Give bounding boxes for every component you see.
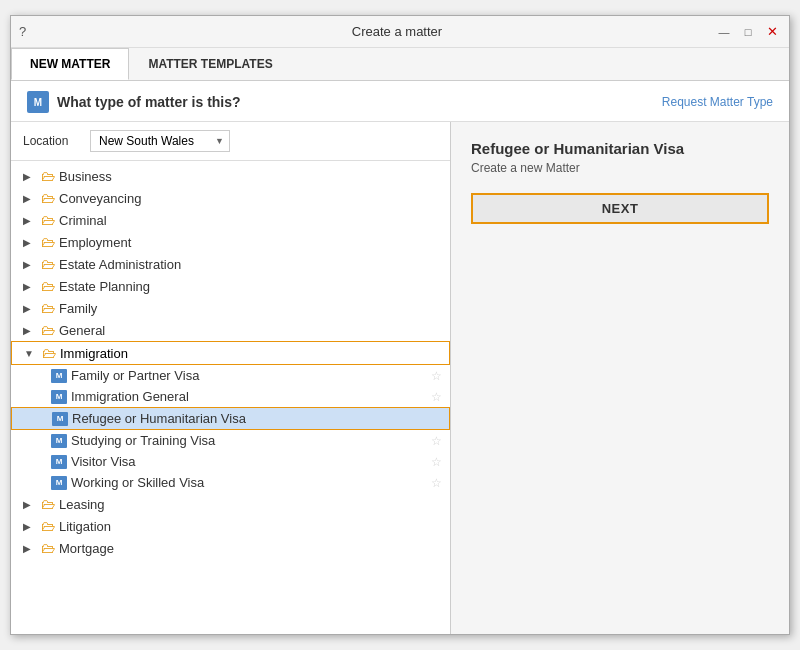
label-estate-planning: Estate Planning (59, 279, 442, 294)
matter-icon-immigration-general: M (51, 390, 67, 404)
close-button[interactable]: ✕ (763, 23, 781, 41)
tree-item-immigration[interactable]: ▼ 🗁 Immigration (11, 341, 450, 365)
toggle-immigration: ▼ (24, 348, 38, 359)
tree-container[interactable]: ▶ 🗁 Business ▶ 🗁 Conveyancing ▶ 🗁 (11, 161, 450, 634)
matter-icon-working: M (51, 476, 67, 490)
tree-item-family[interactable]: ▶ 🗁 Family (11, 297, 450, 319)
folder-icon-employment: 🗁 (41, 234, 55, 250)
toggle-family: ▶ (23, 303, 37, 314)
label-conveyancing: Conveyancing (59, 191, 442, 206)
star-visitor[interactable]: ☆ (431, 455, 442, 469)
label-general: General (59, 323, 442, 338)
label-studying-visa: Studying or Training Visa (71, 433, 427, 448)
label-refugee-visa: Refugee or Humanitarian Visa (72, 411, 441, 426)
tree-sub-immigration-general[interactable]: M Immigration General ☆ (11, 386, 450, 407)
star-working[interactable]: ☆ (431, 476, 442, 490)
right-pane-title: Refugee or Humanitarian Visa (471, 140, 769, 157)
toggle-litigation: ▶ (23, 521, 37, 532)
folder-icon-general: 🗁 (41, 322, 55, 338)
folder-icon-immigration: 🗁 (42, 345, 56, 361)
tree-item-business[interactable]: ▶ 🗁 Business (11, 165, 450, 187)
folder-icon-business: 🗁 (41, 168, 55, 184)
matter-icon-studying: M (51, 434, 67, 448)
folder-icon-estate-planning: 🗁 (41, 278, 55, 294)
location-select-wrapper: New South Wales Victoria Queensland West… (90, 130, 230, 152)
toggle-leasing: ▶ (23, 499, 37, 510)
folder-icon-leasing: 🗁 (41, 496, 55, 512)
folder-icon-estate-admin: 🗁 (41, 256, 55, 272)
tree-item-conveyancing[interactable]: ▶ 🗁 Conveyancing (11, 187, 450, 209)
tab-matter-templates[interactable]: MATTER TEMPLATES (129, 48, 291, 80)
toggle-general: ▶ (23, 325, 37, 336)
toggle-conveyancing: ▶ (23, 193, 37, 204)
tree-item-criminal[interactable]: ▶ 🗁 Criminal (11, 209, 450, 231)
request-matter-type-link[interactable]: Request Matter Type (662, 95, 773, 109)
folder-icon-criminal: 🗁 (41, 212, 55, 228)
label-litigation: Litigation (59, 519, 442, 534)
window-title: Create a matter (79, 24, 715, 39)
tree-sub-visitor-visa[interactable]: M Visitor Visa ☆ (11, 451, 450, 472)
toggle-employment: ▶ (23, 237, 37, 248)
label-business: Business (59, 169, 442, 184)
right-pane: Refugee or Humanitarian Visa Create a ne… (451, 122, 789, 634)
toggle-business: ▶ (23, 171, 37, 182)
label-working-visa: Working or Skilled Visa (71, 475, 427, 490)
header-title-text: What type of matter is this? (57, 94, 241, 110)
location-label: Location (23, 134, 78, 148)
label-employment: Employment (59, 235, 442, 250)
tree-item-estate-admin[interactable]: ▶ 🗁 Estate Administration (11, 253, 450, 275)
location-bar: Location New South Wales Victoria Queens… (11, 122, 450, 161)
tree-item-estate-planning[interactable]: ▶ 🗁 Estate Planning (11, 275, 450, 297)
right-pane-subtitle: Create a new Matter (471, 161, 769, 175)
tree-item-general[interactable]: ▶ 🗁 General (11, 319, 450, 341)
label-mortgage: Mortgage (59, 541, 442, 556)
tab-new-matter[interactable]: NEW MATTER (11, 48, 129, 80)
main-window: ? Create a matter — □ ✕ NEW MATTER MATTE… (10, 15, 790, 635)
star-studying[interactable]: ☆ (431, 434, 442, 448)
label-immigration: Immigration (60, 346, 441, 361)
matter-icon-visitor: M (51, 455, 67, 469)
help-button[interactable]: ? (19, 24, 26, 39)
main-pane: Location New South Wales Victoria Queens… (11, 122, 789, 634)
label-family-partner-visa: Family or Partner Visa (71, 368, 427, 383)
maximize-button[interactable]: □ (739, 23, 757, 41)
folder-icon-mortgage: 🗁 (41, 540, 55, 556)
minimize-button[interactable]: — (715, 23, 733, 41)
header-title: M What type of matter is this? (27, 91, 241, 113)
tree-item-mortgage[interactable]: ▶ 🗁 Mortgage (11, 537, 450, 559)
matter-icon: M (27, 91, 49, 113)
label-criminal: Criminal (59, 213, 442, 228)
matter-icon-refugee: M (52, 412, 68, 426)
matter-icon-family-partner: M (51, 369, 67, 383)
label-immigration-general: Immigration General (71, 389, 427, 404)
toggle-estate-admin: ▶ (23, 259, 37, 270)
folder-icon-litigation: 🗁 (41, 518, 55, 534)
label-leasing: Leasing (59, 497, 442, 512)
label-family: Family (59, 301, 442, 316)
tree-sub-family-partner-visa[interactable]: M Family or Partner Visa ☆ (11, 365, 450, 386)
folder-icon-family: 🗁 (41, 300, 55, 316)
star-immigration-general[interactable]: ☆ (431, 390, 442, 404)
star-family-partner[interactable]: ☆ (431, 369, 442, 383)
content-area: M What type of matter is this? Request M… (11, 81, 789, 634)
toggle-criminal: ▶ (23, 215, 37, 226)
location-select[interactable]: New South Wales Victoria Queensland West… (90, 130, 230, 152)
folder-icon-conveyancing: 🗁 (41, 190, 55, 206)
toggle-estate-planning: ▶ (23, 281, 37, 292)
tree-item-litigation[interactable]: ▶ 🗁 Litigation (11, 515, 450, 537)
label-visitor-visa: Visitor Visa (71, 454, 427, 469)
label-estate-admin: Estate Administration (59, 257, 442, 272)
tab-bar: NEW MATTER MATTER TEMPLATES (11, 48, 789, 81)
window-controls: — □ ✕ (715, 23, 781, 41)
toggle-mortgage: ▶ (23, 543, 37, 554)
tree-sub-studying-visa[interactable]: M Studying or Training Visa ☆ (11, 430, 450, 451)
next-button[interactable]: NEXT (471, 193, 769, 224)
tree-sub-working-visa[interactable]: M Working or Skilled Visa ☆ (11, 472, 450, 493)
tree-item-leasing[interactable]: ▶ 🗁 Leasing (11, 493, 450, 515)
tree-item-employment[interactable]: ▶ 🗁 Employment (11, 231, 450, 253)
header-row: M What type of matter is this? Request M… (11, 81, 789, 122)
title-bar: ? Create a matter — □ ✕ (11, 16, 789, 48)
tree-sub-refugee-visa[interactable]: M Refugee or Humanitarian Visa (11, 407, 450, 430)
left-pane: Location New South Wales Victoria Queens… (11, 122, 451, 634)
